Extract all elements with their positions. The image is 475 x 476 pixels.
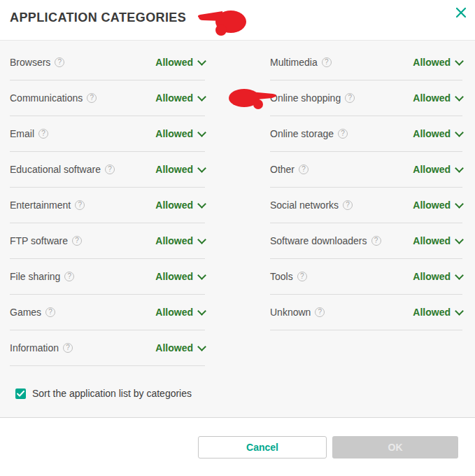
help-icon[interactable]: ? [299,164,309,174]
permission-dropdown-information[interactable]: Allowed [155,342,205,354]
chevron-down-icon [197,342,206,351]
category-label: Online shopping [270,92,341,104]
help-icon[interactable]: ? [338,129,348,139]
help-icon[interactable]: ? [45,307,55,317]
chevron-down-icon [455,92,464,102]
permission-value: Allowed [413,235,451,246]
permission-dropdown-software-downloaders[interactable]: Allowed [413,235,462,246]
category-label: Browsers [10,57,50,68]
category-row-tools: Tools? Allowed [270,259,462,295]
permission-dropdown-unknown[interactable]: Allowed [413,307,462,318]
permission-dropdown-ftp-software[interactable]: Allowed [155,235,205,246]
categories-column-right: Multimedia? Allowed Online shopping? All… [270,45,462,330]
category-label: Games [10,307,41,318]
permission-value: Allowed [155,271,193,282]
help-icon[interactable]: ? [87,93,97,103]
category-row-email: Email? Allowed [10,116,205,152]
permission-value: Allowed [155,92,193,104]
help-icon[interactable]: ? [345,93,355,103]
help-icon[interactable]: ? [322,57,332,67]
permission-dropdown-other[interactable]: Allowed [413,164,462,175]
permission-dropdown-email[interactable]: Allowed [155,128,205,139]
permission-value: Allowed [155,164,193,175]
help-icon[interactable]: ? [343,200,353,210]
permission-value: Allowed [413,200,451,211]
permission-value: Allowed [155,57,193,68]
chevron-down-icon [455,235,464,244]
category-row-games: Games? Allowed [10,295,205,330]
help-icon[interactable]: ? [75,200,85,210]
category-label: Multimedia [270,57,318,68]
permission-value: Allowed [413,92,451,104]
page-title: APPLICATION CATEGORIES [10,10,186,25]
chevron-down-icon [455,57,464,66]
chevron-down-icon [197,128,206,137]
permission-dropdown-social-networks[interactable]: Allowed [413,200,462,211]
ok-button[interactable]: OK [332,436,458,458]
help-icon[interactable]: ? [55,57,64,67]
category-row-social-networks: Social networks? Allowed [270,188,462,223]
category-row-browsers: Browsers? Allowed [10,45,205,80]
permission-value: Allowed [413,307,451,318]
category-label: Unknown [270,307,311,318]
permission-value: Allowed [155,128,193,139]
category-row-unknown: Unknown? Allowed [270,295,462,330]
category-row-online-storage: Online storage? Allowed [270,116,462,152]
category-label: FTP software [10,235,68,246]
category-row-online-shopping: Online shopping? Allowed [270,80,462,116]
close-icon[interactable] [453,6,469,21]
help-icon[interactable]: ? [63,343,73,353]
permission-value: Allowed [413,128,451,139]
categories-panel: Browsers? Allowed Communications? Allowe… [0,41,475,418]
category-label: Communications [10,92,83,104]
permission-dropdown-browsers[interactable]: Allowed [155,57,205,68]
sort-by-categories-checkbox[interactable]: Sort the application list by categories [15,388,192,399]
permission-dropdown-online-shopping[interactable]: Allowed [413,92,462,104]
chevron-down-icon [197,307,206,316]
chevron-down-icon [197,57,206,66]
permission-value: Allowed [155,235,193,246]
permission-dropdown-educational-software[interactable]: Allowed [155,164,205,175]
category-label: Social networks [270,200,339,211]
category-label: Tools [270,271,293,282]
help-icon[interactable]: ? [315,307,325,317]
category-label: File sharing [10,271,60,282]
chevron-down-icon [455,164,464,173]
permission-dropdown-multimedia[interactable]: Allowed [413,57,462,68]
help-icon[interactable]: ? [72,236,82,246]
chevron-down-icon [455,200,464,209]
category-row-entertainment: Entertainment? Allowed [10,188,205,223]
permission-dropdown-entertainment[interactable]: Allowed [155,200,205,211]
permission-value: Allowed [155,200,193,211]
help-icon[interactable]: ? [297,272,307,281]
dialog-header: APPLICATION CATEGORIES [0,0,475,41]
category-row-information: Information? Allowed [10,330,205,366]
chevron-down-icon [455,307,464,316]
category-row-file-sharing: File sharing? Allowed [10,259,205,295]
category-row-educational-software: Educational software? Allowed [10,152,205,188]
chevron-down-icon [455,271,464,280]
dialog-footer: Cancel OK [0,418,475,476]
permission-value: Allowed [155,342,193,354]
permission-dropdown-file-sharing[interactable]: Allowed [155,271,205,282]
permission-dropdown-games[interactable]: Allowed [155,307,205,318]
permission-dropdown-online-storage[interactable]: Allowed [413,128,462,139]
permission-dropdown-communications[interactable]: Allowed [155,92,205,104]
help-icon[interactable]: ? [64,272,74,281]
category-label: Educational software [10,164,101,175]
chevron-down-icon [455,128,464,137]
checkbox-checked-icon[interactable] [15,388,26,399]
chevron-down-icon [197,271,206,280]
permission-dropdown-tools[interactable]: Allowed [413,271,462,282]
permission-value: Allowed [413,164,451,175]
help-icon[interactable]: ? [105,164,115,174]
help-icon[interactable]: ? [371,236,381,246]
cancel-button[interactable]: Cancel [198,436,327,458]
application-categories-dialog: APPLICATION CATEGORIES Browsers? Allowed [0,0,475,476]
category-row-software-downloaders: Software downloaders? Allowed [270,223,462,259]
chevron-down-icon [197,200,206,209]
help-icon[interactable]: ? [38,129,48,139]
category-label: Entertainment [10,200,71,211]
chevron-down-icon [197,164,206,173]
category-row-other: Other? Allowed [270,152,462,188]
